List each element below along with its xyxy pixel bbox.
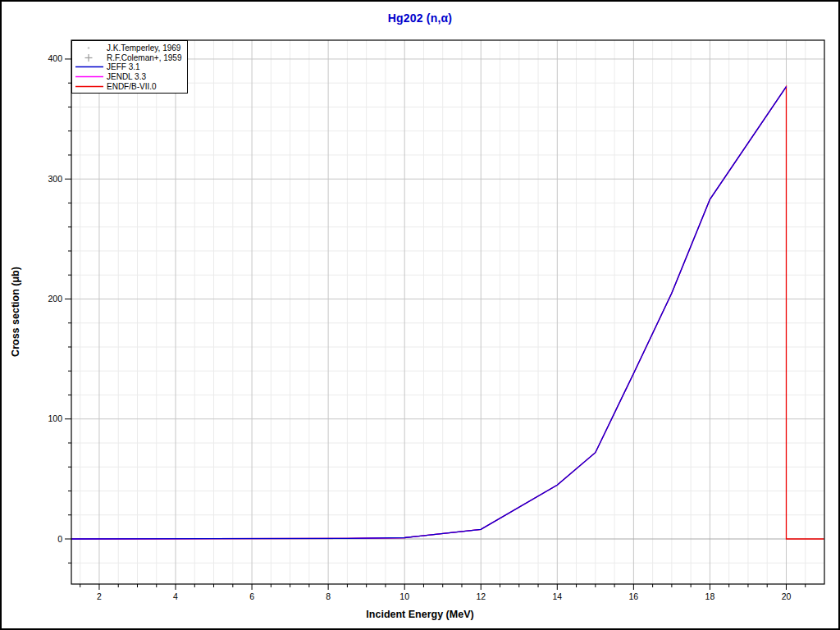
y-tick-label: 0 <box>57 534 62 544</box>
x-tick-label: 18 <box>705 591 715 601</box>
legend-marker-dot-icon <box>72 43 107 52</box>
plot-window: Hg202 (n,α) 2468101214161820010020030040… <box>0 0 840 630</box>
legend-item: R.F.Coleman+, 1959 <box>72 53 187 63</box>
plot-frame <box>71 40 824 584</box>
legend-label: J.K.Temperley, 1969 <box>107 43 180 52</box>
y-tick-label: 100 <box>48 413 62 423</box>
series-endf-b-vii-0 <box>71 87 824 539</box>
legend-marker-plus-icon <box>72 53 107 62</box>
y-tick-label: 300 <box>48 174 62 184</box>
series-jeff-3-1 <box>71 87 787 539</box>
legend-marker-line-icon <box>72 82 107 91</box>
x-axis-title: Incident Energy (MeV) <box>2 609 838 620</box>
legend-label: JEFF 3.1 <box>107 62 140 71</box>
x-tick-label: 16 <box>629 591 639 601</box>
grid-major <box>71 40 824 584</box>
legend-label: JENDL 3.3 <box>107 72 146 81</box>
legend-label: ENDF/B-VII.0 <box>107 82 157 91</box>
x-tick-label: 10 <box>399 591 409 601</box>
x-tick-label: 8 <box>326 591 331 601</box>
x-tick-label: 4 <box>173 591 178 601</box>
plot-canvas: 24681012141618200100200300400 <box>2 2 840 630</box>
legend-marker-line-icon <box>72 62 107 71</box>
y-axis-title: Cross section (μb) <box>10 189 23 435</box>
x-tick-label: 14 <box>552 591 562 601</box>
legend-label: R.F.Coleman+, 1959 <box>107 53 181 62</box>
legend-item: J.K.Temperley, 1969 <box>72 43 187 53</box>
legend-item: ENDF/B-VII.0 <box>72 81 187 91</box>
series-jendl-3-3 <box>71 87 787 539</box>
y-tick-label: 400 <box>48 53 62 63</box>
x-tick-label: 12 <box>476 591 486 601</box>
grid-minor <box>71 40 824 584</box>
tick-labels: 24681012141618200100200300400 <box>48 53 791 601</box>
x-tick-label: 2 <box>97 591 102 601</box>
legend-item: JEFF 3.1 <box>72 62 187 72</box>
legend-item: JENDL 3.3 <box>72 72 187 82</box>
series <box>71 87 824 539</box>
legend-marker-line-icon <box>72 72 107 81</box>
y-tick-label: 200 <box>48 294 62 304</box>
legend: J.K.Temperley, 1969R.F.Coleman+, 1959JEF… <box>71 40 188 94</box>
x-tick-label: 6 <box>249 591 254 601</box>
x-tick-label: 20 <box>782 591 792 601</box>
